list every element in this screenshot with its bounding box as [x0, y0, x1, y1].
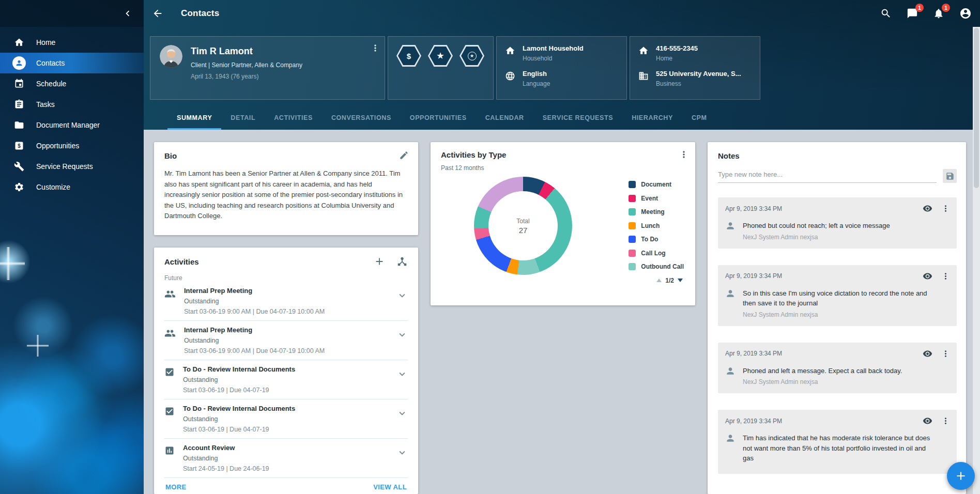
home-icon [12, 36, 26, 49]
scrollbar-thumb[interactable] [974, 28, 979, 188]
new-note-input[interactable] [718, 168, 937, 183]
phone-row[interactable]: 416-555-2345 Home [638, 44, 752, 62]
tab-summary[interactable]: SUMMARY [167, 107, 221, 130]
address-row[interactable]: 525 University Avenue, S... Business [638, 70, 752, 87]
activity-status: Outstanding [183, 376, 388, 383]
activity-row[interactable]: Internal Prep Meeting Outstanding Start … [164, 282, 408, 321]
add-activity-button[interactable] [374, 256, 385, 267]
sidebar-item-document-manager[interactable]: Document Manager [0, 115, 144, 135]
person-icon [725, 221, 736, 241]
legend-swatch [629, 222, 636, 229]
legend-item: Event [629, 192, 684, 206]
sidebar-item-home[interactable]: Home [0, 32, 144, 53]
tab-calendar[interactable]: CALENDAR [476, 107, 533, 130]
note-menu-button[interactable] [941, 271, 951, 281]
kebab-icon [941, 416, 951, 426]
save-note-button[interactable] [943, 169, 957, 183]
profile-photo [160, 45, 182, 68]
back-button[interactable] [152, 8, 163, 19]
note-item: Apr 9, 2019 3:34 PM Phoned and left a me… [718, 343, 957, 394]
view-all-button[interactable]: VIEW ALL [373, 483, 407, 491]
star-badge[interactable]: ★ [428, 45, 453, 67]
notes-card: Notes Apr 9, 2019 3:34 PM [708, 142, 966, 494]
sidebar-item-opportunities[interactable]: $ Opportunities [0, 135, 144, 156]
chat-button[interactable]: 1 [907, 7, 919, 20]
tab-activities[interactable]: ACTIVITIES [265, 107, 322, 130]
dollar-badge[interactable]: $ [396, 45, 421, 67]
gear-icon [12, 180, 26, 194]
sparkle-decoration [27, 335, 49, 357]
svg-text:$: $ [18, 143, 21, 149]
back-arrow-icon [152, 8, 163, 19]
note-date: Apr 9, 2019 3:34 PM [725, 350, 782, 357]
address-value: 525 University Avenue, S... [656, 70, 741, 78]
activity-status: Outstanding [184, 337, 388, 344]
kebab-icon [941, 271, 951, 281]
language-row[interactable]: English Language [505, 70, 618, 87]
chevron-down-icon[interactable] [396, 408, 408, 433]
bio-title: Bio [164, 151, 408, 160]
legend-swatch [629, 195, 636, 202]
profile-menu-button[interactable] [370, 43, 380, 53]
chevron-down-icon[interactable] [396, 329, 408, 354]
add-fab-button[interactable] [947, 462, 975, 490]
chart-menu-button[interactable] [679, 149, 689, 160]
bio-edit-button[interactable] [399, 150, 409, 160]
more-button[interactable]: MORE [165, 483, 187, 491]
tab-opportunities[interactable]: OPPORTUNITIES [401, 107, 476, 130]
activity-row[interactable]: Account Review Outstanding Start 24-05-1… [164, 439, 408, 478]
star-circle-badge[interactable]: ★ [460, 45, 484, 67]
home-icon [638, 45, 649, 56]
kebab-icon [370, 43, 380, 53]
note-author: NexJ System Admin nexjsa [743, 311, 938, 318]
sidebar-collapse-button[interactable] [122, 8, 133, 19]
contact-birthdate: April 13, 1943 (76 years) [191, 73, 302, 80]
activity-dates: Start 03-06-19 | Due 04-07-19 [183, 387, 388, 394]
note-visibility-button[interactable] [923, 416, 932, 426]
people-icon [164, 328, 176, 354]
legend-page-up-button[interactable] [656, 279, 662, 282]
sidebar-item-service-requests[interactable]: Service Requests [0, 156, 144, 177]
tab-cpm[interactable]: CPM [682, 107, 716, 130]
main-area: Contacts 1 1 [144, 0, 980, 494]
tab-conversations[interactable]: CONVERSATIONS [322, 107, 401, 130]
sidebar-item-customize[interactable]: Customize [0, 177, 144, 197]
phone-label: Home [656, 55, 698, 62]
sidebar-item-schedule[interactable]: Schedule [0, 73, 144, 94]
tab-hierarchy[interactable]: HIERARCHY [622, 107, 682, 130]
person-icon [725, 433, 736, 466]
vertical-scrollbar[interactable] [973, 27, 980, 494]
right-column: Notes Apr 9, 2019 3:34 PM [708, 142, 966, 494]
household-row[interactable]: Lamont Household Household [505, 44, 618, 62]
note-visibility-button[interactable] [923, 271, 932, 281]
activity-hierarchy-button[interactable] [396, 256, 408, 267]
chevron-down-icon[interactable] [396, 290, 408, 315]
note-menu-button[interactable] [941, 204, 951, 213]
activity-row[interactable]: To Do - Review Internal Documents Outsta… [164, 360, 408, 399]
plus-icon [954, 469, 968, 483]
notes-list: Apr 9, 2019 3:34 PM Phoned but could not… [718, 197, 957, 474]
activity-row[interactable]: Internal Prep Meeting Outstanding Start … [164, 321, 408, 360]
note-menu-button[interactable] [941, 416, 951, 426]
eye-icon [923, 416, 932, 426]
note-visibility-button[interactable] [923, 204, 932, 213]
save-icon [945, 172, 955, 181]
chevron-down-icon[interactable] [396, 447, 408, 472]
account-button[interactable] [959, 7, 972, 20]
sidebar-item-contacts[interactable]: Contacts [0, 53, 144, 73]
tab-detail[interactable]: DETAIL [221, 107, 265, 130]
search-button[interactable] [880, 7, 893, 20]
chevron-down-icon[interactable] [396, 368, 408, 394]
household-card: Lamont Household Household English Langu… [496, 36, 627, 100]
note-visibility-button[interactable] [923, 349, 932, 359]
legend-swatch [629, 250, 636, 257]
donut-center: Total 27 [474, 177, 572, 275]
notifications-button[interactable]: 1 [933, 7, 945, 20]
note-menu-button[interactable] [941, 349, 951, 359]
chat-badge: 1 [915, 4, 924, 12]
legend-page-down-button[interactable] [678, 279, 683, 282]
sidebar-item-tasks[interactable]: Tasks [0, 94, 144, 115]
tab-service-requests[interactable]: SERVICE REQUESTS [533, 107, 623, 130]
profile-text: Tim R Lamont Client | Senior Partner, Al… [191, 45, 302, 91]
activity-row[interactable]: To Do - Review Internal Documents Outsta… [164, 399, 408, 439]
